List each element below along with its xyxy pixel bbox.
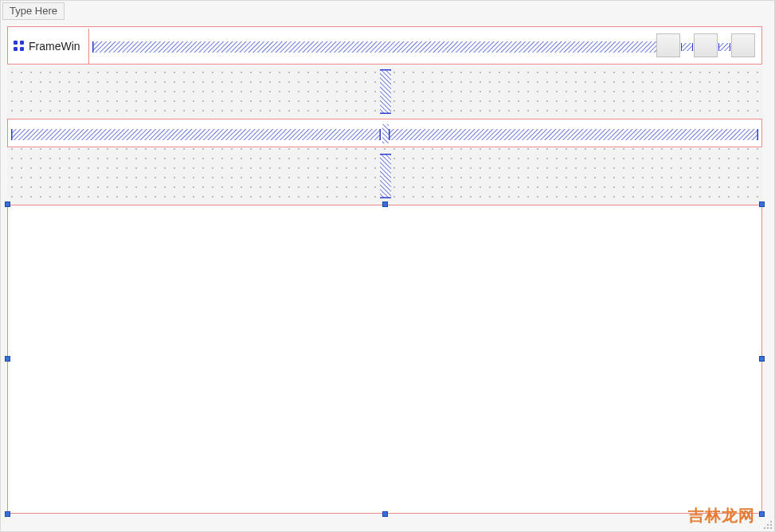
resize-handle[interactable] [382, 511, 388, 517]
toolbar-label: FrameWin [29, 40, 80, 53]
svg-rect-20 [11, 129, 381, 140]
horizontal-spacer-icon[interactable] [11, 129, 381, 140]
resize-handle[interactable] [759, 201, 765, 207]
svg-rect-11 [681, 43, 693, 51]
horizontal-spacer-icon[interactable] [718, 43, 730, 51]
horizontal-spacer-icon[interactable] [681, 43, 693, 51]
designer-canvas[interactable]: Type Here FrameWin [0, 0, 775, 532]
tool-button-3[interactable] [731, 33, 755, 57]
resize-handle[interactable] [5, 511, 10, 517]
listview-center-handle[interactable] [382, 124, 389, 143]
svg-point-30 [770, 521, 772, 522]
svg-point-35 [770, 527, 772, 529]
tool-button-1[interactable] [656, 33, 680, 57]
vertical-spacer-icon[interactable] [380, 154, 391, 198]
resize-handle[interactable] [5, 201, 10, 207]
svg-rect-27 [380, 154, 391, 198]
resize-handle[interactable] [759, 356, 765, 362]
tool-button-2[interactable] [694, 33, 718, 57]
vertical-spacer-icon[interactable] [380, 69, 391, 114]
toolbar-layout[interactable]: FrameWin [7, 26, 762, 65]
svg-point-32 [770, 524, 772, 526]
svg-point-34 [767, 527, 769, 529]
watermark-text: 吉林龙网 [688, 505, 755, 526]
resize-handle[interactable] [759, 511, 765, 517]
svg-rect-14 [718, 43, 730, 51]
toolbar-label-box[interactable]: FrameWin [10, 29, 89, 64]
svg-rect-6 [14, 47, 18, 51]
svg-rect-4 [14, 41, 18, 45]
menubar-placeholder[interactable]: Type Here [2, 2, 65, 20]
svg-rect-23 [382, 124, 389, 143]
resize-handle[interactable] [5, 356, 10, 362]
svg-rect-17 [380, 69, 391, 114]
svg-rect-24 [389, 129, 758, 140]
toolbar-buttons [656, 33, 758, 59]
svg-rect-5 [20, 41, 24, 45]
listview-layout[interactable] [7, 119, 762, 147]
horizontal-spacer-icon[interactable] [389, 129, 758, 140]
horizontal-spacer-icon[interactable] [92, 41, 660, 53]
grid-icon [13, 40, 25, 53]
svg-rect-7 [20, 47, 24, 51]
svg-rect-8 [92, 41, 660, 53]
svg-point-31 [767, 524, 769, 526]
tableview-layout[interactable] [7, 205, 762, 514]
size-grip-icon[interactable] [761, 518, 773, 530]
svg-point-33 [764, 527, 765, 529]
resize-handle[interactable] [382, 201, 388, 207]
